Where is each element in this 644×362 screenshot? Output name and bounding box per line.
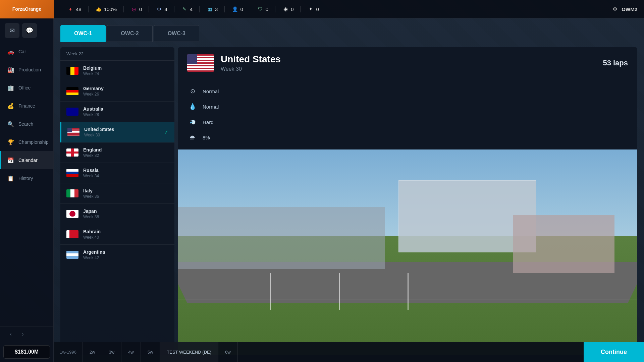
top-stats: ♦ 48 👍 100% ◎ 0 ⚙ 4 ✎ 4 ▦ 3 👤 0 🛡 0 (54, 6, 611, 12)
stat-3-value: 0 (139, 6, 142, 12)
tab-owc1[interactable]: OWC-1 (60, 25, 106, 42)
marking-1 (270, 273, 271, 310)
history-icon: 📋 (7, 175, 14, 182)
flag-belgium (66, 67, 78, 75)
chevron-left-button[interactable]: ‹ (5, 329, 17, 339)
sidebar-item-calendar[interactable]: 📅 Calendar (0, 151, 53, 169)
stat-coins: ◉ 0 (275, 6, 301, 12)
stat-mechanics-value: 4 (190, 6, 193, 12)
coins-icon: ◉ (282, 6, 289, 12)
race-week-bahrain: Week 40 (83, 235, 168, 240)
office-icon: 🏢 (7, 84, 14, 92)
flag-russia (66, 169, 78, 177)
race-country-italy: Italy (83, 188, 168, 193)
continue-button[interactable]: Continue (584, 342, 644, 362)
sidebar: ✉ 💬 🚗 Car 🏭 Production 🏢 Office 💰 Financ… (0, 18, 54, 362)
race-item-italy[interactable]: Italy Week 36 (60, 183, 174, 204)
race-item-england[interactable]: England Week 32 (60, 142, 174, 163)
stat-mechanics: ✎ 4 (174, 6, 200, 12)
mail-button[interactable]: ✉ (5, 23, 19, 38)
race-week-japan: Week 38 (83, 215, 168, 219)
race-item-russia[interactable]: Russia Week 34 (60, 163, 174, 183)
race-country-england: England (83, 147, 168, 153)
sidebar-item-car[interactable]: 🚗 Car (0, 43, 53, 61)
detail-flag (187, 54, 214, 72)
stat-diamonds-value: 48 (76, 6, 82, 12)
settings-icon[interactable]: ⚙ (611, 6, 618, 12)
stat-row-hard: 💨 Hard (187, 117, 628, 127)
tab-owc2[interactable]: OWC-2 (107, 25, 152, 42)
tab-owc3[interactable]: OWC-3 (154, 25, 199, 42)
race-item-germany[interactable]: Germany Week 26 (60, 81, 174, 102)
detail-stats: ⊙ Normal 💧 Normal 💨 Hard 🌧 8% (178, 79, 637, 149)
stat-row-label-4: 8% (203, 135, 210, 140)
stat-row-normal-2: 💧 Normal (187, 101, 628, 112)
detail-header: United States Week 30 53 laps (178, 47, 637, 79)
current-week-label: 1w-1996 (54, 342, 83, 362)
sidebar-item-search[interactable]: 🔍 Search (0, 115, 53, 133)
wind-icon: 💨 (187, 117, 198, 127)
calendar-icon: 📅 (7, 157, 14, 164)
shield-icon: 🛡 (257, 6, 264, 12)
race-country-japan: Japan (83, 208, 168, 214)
race-week-australia: Week 28 (83, 112, 168, 117)
sidebar-item-championship[interactable]: 🏆 Championship (0, 133, 53, 151)
stat-staff: 👤 0 (225, 6, 250, 12)
stat-star: ✦ 0 (301, 6, 325, 12)
race-item-belgium[interactable]: Belgium Week 24 (60, 61, 174, 81)
race-week-italy: Week 36 (83, 194, 168, 199)
track-scene (178, 149, 637, 355)
race-week-argentina: Week 42 (83, 255, 168, 260)
flag-australia (66, 108, 78, 116)
pencil-icon: ✎ (181, 6, 188, 12)
race-week-belgium: Week 24 (83, 71, 168, 76)
chevron-right-button[interactable]: › (17, 329, 29, 339)
race-item-argentina[interactable]: Argentina Week 42 (60, 245, 174, 265)
stat-row-label-1: Normal (203, 88, 219, 94)
race-item-australia[interactable]: Australia Week 28 (60, 102, 174, 122)
sidebar-item-office[interactable]: 🏢 Office (0, 79, 53, 97)
stat-approval: 👍 100% (89, 6, 124, 12)
detail-panel: United States Week 30 53 laps ⊙ Normal 💧… (178, 47, 637, 355)
stat-staff-value: 0 (240, 6, 243, 12)
rain-icon: 🌧 (187, 132, 198, 143)
stat-shield: 🛡 0 (250, 6, 275, 12)
race-item-bahrain[interactable]: Bahrain Week 40 (60, 224, 174, 245)
timeline-6w: 6w (218, 342, 238, 362)
chat-button[interactable]: 💬 (22, 23, 37, 38)
race-list[interactable]: Belgium Week 24 Germany Week 26 (60, 61, 174, 355)
sidebar-item-search-label: Search (18, 121, 33, 127)
race-week-usa: Week 30 (84, 133, 159, 137)
user-area[interactable]: ⚙ OWM2 (611, 6, 644, 12)
race-country-germany: Germany (83, 86, 168, 91)
track-image (178, 149, 637, 355)
grandstand (513, 215, 614, 273)
stat-row-rain: 🌧 8% (187, 132, 628, 143)
finance-icon: 💰 (7, 102, 14, 110)
stat-shield-value: 0 (266, 6, 268, 12)
sidebar-item-finance[interactable]: 💰 Finance (0, 97, 53, 115)
sidebar-item-history[interactable]: 📋 History (0, 169, 53, 187)
flag-united-states (67, 128, 79, 136)
production-icon: 🏭 (7, 66, 14, 73)
championship-icon: 🏆 (7, 138, 14, 146)
race-country-australia: Australia (83, 106, 168, 112)
race-country-russia: Russia (83, 168, 168, 173)
sidebar-item-production[interactable]: 🏭 Production (0, 61, 53, 79)
race-country-argentina: Argentina (83, 249, 168, 255)
timeline-items: 2w 3w 4w 5w TEST WEEKEND (DE) 6w (83, 342, 584, 362)
logo-text: ForzaOrange (12, 6, 41, 12)
box-icon: ▦ (206, 6, 213, 12)
flag-argentina (66, 251, 78, 259)
sidebar-item-production-label: Production (18, 67, 41, 72)
race-item-united-states[interactable]: United States Week 30 ✓ (60, 122, 174, 142)
sidebar-item-office-label: Office (18, 85, 31, 90)
stat-row-normal-1: ⊙ Normal (187, 86, 628, 97)
top-bar: ForzaOrange ♦ 48 👍 100% ◎ 0 ⚙ 4 ✎ 4 ▦ 3 … (0, 0, 644, 18)
race-country-usa: United States (84, 127, 159, 132)
sidebar-item-car-label: Car (18, 49, 26, 54)
race-item-japan[interactable]: Japan Week 38 (60, 204, 174, 224)
stat-row-label-2: Normal (203, 104, 219, 110)
person-icon: 👤 (231, 6, 238, 12)
wrench-icon: ⚙ (156, 6, 162, 12)
